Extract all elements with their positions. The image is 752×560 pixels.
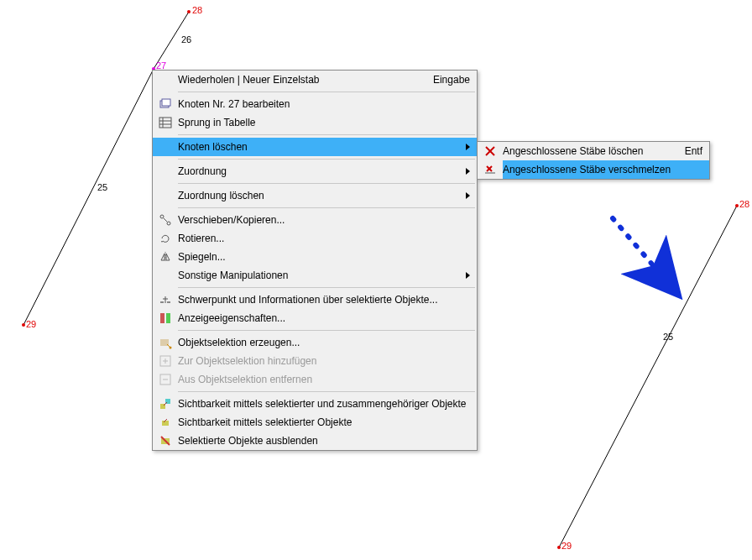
menu-create-sel[interactable]: Objektselektion erzeugen...: [153, 333, 477, 352]
node-28-right: 28: [739, 199, 749, 209]
separator: [178, 92, 475, 92]
menu-rotate-label: Rotieren...: [178, 233, 470, 244]
svg-rect-5: [162, 99, 170, 106]
mirror-icon: [153, 248, 178, 266]
menu-vis-related-label: Sichtbarkeit mittels selektierter und zu…: [178, 398, 470, 410]
submenu-merge-members-label: Angeschlossene Stäbe verschmelzen: [503, 164, 702, 175]
svg-rect-13: [160, 301, 164, 303]
separator: [178, 287, 475, 288]
menu-mirror[interactable]: Spiegeln...: [153, 248, 477, 266]
separator: [178, 207, 475, 208]
menu-rotate[interactable]: Rotieren...: [153, 229, 477, 248]
context-menu: Wiederholen | Neuer Einzelstab Eingabe K…: [152, 70, 478, 451]
delete-node-submenu: Angeschlossene Stäbe löschen Entf Angesc…: [477, 141, 710, 180]
svg-point-11: [167, 222, 170, 225]
visibility-related-icon: [153, 395, 178, 413]
submenu-arrow-icon: [458, 165, 470, 177]
menu-edit-node[interactable]: Knoten Nr. 27 bearbeiten: [153, 95, 477, 113]
svg-rect-28: [162, 421, 169, 426]
svg-rect-6: [159, 118, 171, 128]
menu-delete-assignment-label: Zuordnung löschen: [178, 190, 458, 201]
menu-delete-node[interactable]: Knoten löschen: [153, 138, 477, 156]
svg-rect-18: [166, 313, 170, 323]
menu-centroid-label: Schwerpunkt und Informationen über selek…: [178, 294, 470, 306]
centroid-icon: [153, 290, 178, 309]
delete-members-icon: [478, 142, 503, 160]
separator: [178, 183, 475, 184]
svg-point-20: [170, 347, 172, 349]
menu-delete-assignment[interactable]: Zuordnung löschen: [153, 186, 477, 205]
menu-vis-selected[interactable]: Sichtbarkeit mittels selektierter Objekt…: [153, 413, 477, 432]
merge-members-icon: [478, 160, 503, 179]
submenu-delete-members-label: Angeschlossene Stäbe löschen: [503, 145, 675, 157]
menu-add-sel-label: Zur Objektselektion hinzufügen: [178, 355, 470, 367]
submenu-delete-members-shortcut: Entf: [675, 145, 702, 157]
remove-selection-icon: [153, 370, 178, 389]
menu-move-copy[interactable]: Verschieben/Kopieren...: [153, 211, 477, 229]
separator: [178, 391, 475, 392]
menu-delete-node-label: Knoten löschen: [178, 141, 458, 153]
rotate-icon: [153, 229, 178, 248]
menu-hide-selected-label: Selektierte Objekte ausblenden: [178, 435, 470, 447]
transition-arrow: [604, 210, 705, 311]
menu-repeat-shortcut: Eingabe: [423, 74, 470, 86]
menu-hide-selected[interactable]: Selektierte Objekte ausblenden: [153, 432, 477, 450]
blank-icon: [153, 266, 178, 285]
svg-rect-14: [167, 301, 170, 303]
visibility-selected-icon: [153, 413, 178, 432]
menu-repeat-label: Wiederholen | Neuer Einzelstab: [178, 74, 423, 86]
submenu-arrow-icon: [458, 141, 470, 153]
menu-remove-sel: Aus Objektselektion entfernen: [153, 370, 477, 389]
create-selection-icon: [153, 333, 178, 352]
menu-other-manip-label: Sonstige Manipulationen: [178, 270, 458, 281]
blank-icon: [153, 162, 178, 181]
display-props-icon: [153, 309, 178, 327]
move-copy-icon: [153, 211, 178, 229]
svg-point-10: [160, 215, 164, 218]
menu-centroid[interactable]: Schwerpunkt und Informationen über selek…: [153, 290, 477, 309]
separator: [178, 159, 475, 160]
menu-display-props[interactable]: Anzeigeeigenschaften...: [153, 309, 477, 327]
submenu-arrow-icon: [458, 270, 470, 281]
hide-selected-icon: [153, 432, 178, 450]
menu-vis-related[interactable]: Sichtbarkeit mittels selektierter und zu…: [153, 395, 477, 413]
node-29-right-dot: [557, 546, 561, 549]
menu-edit-node-label: Knoten Nr. 27 bearbeiten: [178, 98, 470, 110]
node-29-right: 29: [561, 541, 572, 551]
menu-move-copy-label: Verschieben/Kopieren...: [178, 214, 470, 226]
blank-icon: [153, 71, 178, 89]
menu-jump-table-label: Sprung in Tabelle: [178, 117, 470, 128]
menu-create-sel-label: Objektselektion erzeugen...: [178, 337, 470, 348]
menu-repeat[interactable]: Wiederholen | Neuer Einzelstab Eingabe: [153, 71, 477, 89]
menu-display-props-label: Anzeigeeigenschaften...: [178, 312, 470, 324]
submenu-merge-members[interactable]: Angeschlossene Stäbe verschmelzen: [478, 160, 709, 179]
blank-icon: [153, 186, 178, 205]
separator: [178, 330, 475, 331]
blank-icon: [153, 138, 178, 156]
add-selection-icon: [153, 352, 178, 370]
menu-assignment-label: Zuordnung: [178, 165, 458, 177]
svg-line-3: [613, 218, 663, 277]
segment-25-right-label: 25: [663, 332, 673, 342]
separator: [178, 134, 475, 135]
submenu-arrow-icon: [458, 190, 470, 201]
menu-add-sel: Zur Objektselektion hinzufügen: [153, 352, 477, 370]
menu-assignment[interactable]: Zuordnung: [153, 162, 477, 181]
menu-jump-table[interactable]: Sprung in Tabelle: [153, 113, 477, 132]
menu-vis-selected-label: Sichtbarkeit mittels selektierter Objekt…: [178, 416, 470, 428]
menu-remove-sel-label: Aus Objektselektion entfernen: [178, 374, 470, 385]
menu-other-manip[interactable]: Sonstige Manipulationen: [153, 266, 477, 285]
svg-rect-17: [160, 313, 164, 323]
node-28-right-dot: [735, 204, 739, 207]
edit-node-icon: [153, 95, 178, 113]
table-icon: [153, 113, 178, 132]
menu-mirror-label: Spiegeln...: [178, 251, 470, 263]
submenu-delete-members[interactable]: Angeschlossene Stäbe löschen Entf: [478, 142, 709, 160]
